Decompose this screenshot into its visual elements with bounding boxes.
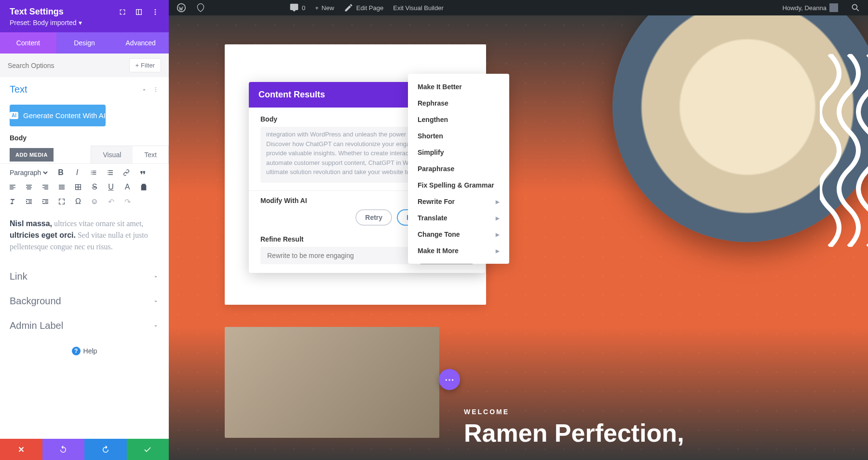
bold-icon[interactable]: B [56, 168, 66, 177]
preset-selector[interactable]: Preset: Body imported▾ [10, 19, 159, 27]
paragraph-select[interactable]: Paragraph [8, 168, 49, 177]
site-icon[interactable] [192, 0, 209, 15]
kebab-icon[interactable] [151, 8, 159, 16]
greeting-item[interactable]: Howdy, Deanna [778, 0, 842, 15]
redo-button[interactable] [84, 439, 127, 460]
generate-ai-button[interactable]: AI Generate Content With AI [10, 105, 106, 126]
ai-badge-icon: AI [10, 112, 18, 119]
comments-item[interactable]: 0 [285, 0, 309, 15]
italic-icon[interactable]: I [72, 168, 82, 177]
retry-button[interactable]: Retry [355, 209, 392, 226]
search-icon[interactable] [847, 0, 864, 15]
align-justify-icon[interactable] [57, 182, 67, 192]
quote-icon[interactable] [138, 168, 148, 177]
chevron-up-icon [141, 86, 148, 93]
edit-page-item[interactable]: Edit Page [340, 0, 387, 15]
chevron-right-icon: ▶ [496, 248, 500, 254]
help-link[interactable]: ? Help [0, 338, 169, 370]
improve-dropdown: Make It BetterRephraseLengthenShortenSim… [408, 74, 509, 264]
tab-content[interactable]: Content [0, 32, 56, 54]
kebab-icon[interactable] [152, 86, 159, 93]
secondary-image [225, 327, 439, 438]
module-fab[interactable]: ⋯ [439, 369, 460, 390]
dropdown-item[interactable]: Rewrite For▶ [408, 193, 509, 210]
indent-icon[interactable] [41, 197, 50, 206]
dropdown-item[interactable]: Lengthen [408, 111, 509, 128]
sidebar-footer [0, 439, 169, 460]
outdent-icon[interactable] [24, 197, 34, 206]
dropdown-item[interactable]: Shorten [408, 128, 509, 144]
sidebar-title: Text Settings [10, 7, 64, 17]
dropdown-item[interactable]: Rephrase [408, 95, 509, 111]
editor-toolbar: Paragraph B I S U A Ω ☺ ↶ ↷ [0, 163, 169, 210]
help-icon: ? [72, 347, 81, 355]
section-link-header[interactable]: Link [0, 264, 169, 289]
align-left-icon[interactable] [8, 182, 17, 192]
undo-icon[interactable]: ↶ [106, 197, 116, 206]
wp-admin-bar: 0 +New Edit Page Exit Visual Builder How… [169, 0, 868, 15]
dropdown-item[interactable]: Simplify [408, 144, 509, 161]
chevron-right-icon: ▶ [496, 216, 500, 221]
strikethrough-icon[interactable]: S [90, 182, 99, 192]
editor-tab-visual[interactable]: Visual [91, 146, 133, 163]
chevron-right-icon: ▶ [496, 232, 500, 237]
editor-content[interactable]: Nisl massa, ultrices vitae ornare sit am… [0, 210, 169, 264]
paste-icon[interactable] [139, 182, 149, 192]
settings-sidebar: Text Settings Preset: Body imported▾ Con… [0, 0, 169, 460]
tab-advanced[interactable]: Advanced [112, 32, 169, 54]
section-text-header[interactable]: Text [0, 77, 169, 102]
dropdown-item[interactable]: Make It Better [408, 79, 509, 95]
new-item[interactable]: +New [311, 0, 338, 15]
exit-vb-item[interactable]: Exit Visual Builder [389, 0, 448, 15]
dropdown-item[interactable]: Fix Spelling & Grammar [408, 177, 509, 193]
svg-point-2 [155, 14, 156, 15]
tab-design[interactable]: Design [56, 32, 113, 54]
search-row: +Filter [0, 54, 169, 77]
align-center-icon[interactable] [24, 182, 34, 192]
chevron-right-icon: ▶ [496, 199, 500, 204]
hero-headline: Ramen Perfection, [464, 420, 684, 446]
svg-point-1 [155, 11, 156, 13]
avatar-icon [829, 3, 838, 12]
dropdown-item[interactable]: Paraphrase [408, 161, 509, 177]
add-media-button[interactable]: ADD MEDIA [10, 148, 54, 162]
section-admin-label-header[interactable]: Admin Label [0, 313, 169, 338]
dropdown-item[interactable]: Change Tone▶ [408, 226, 509, 243]
numbered-list-icon[interactable] [105, 168, 115, 177]
hero-text: WELCOME Ramen Perfection, [464, 408, 684, 446]
underline-icon[interactable]: U [106, 182, 116, 192]
undo-button[interactable] [42, 439, 85, 460]
body-label: Body [0, 134, 169, 146]
wp-logo-icon[interactable] [173, 0, 190, 15]
section-background-header[interactable]: Background [0, 289, 169, 313]
sidebar-header: Text Settings Preset: Body imported▾ [0, 0, 169, 32]
bulleted-list-icon[interactable] [89, 168, 98, 177]
dropdown-item[interactable]: Make It More▶ [408, 243, 509, 259]
cancel-button[interactable] [0, 439, 42, 460]
special-char-icon[interactable]: Ω [73, 197, 83, 206]
emoji-icon[interactable]: ☺ [90, 197, 99, 206]
align-right-icon[interactable] [41, 182, 50, 192]
search-input[interactable] [8, 62, 125, 69]
redo-icon[interactable]: ↷ [122, 197, 132, 206]
chevron-down-icon [152, 323, 159, 329]
save-button[interactable] [127, 439, 169, 460]
link-icon[interactable] [122, 168, 131, 177]
filter-button[interactable]: +Filter [129, 58, 161, 72]
svg-point-6 [177, 4, 186, 12]
dropdown-item[interactable]: Translate▶ [408, 210, 509, 226]
hero-kicker: WELCOME [464, 408, 684, 416]
refine-input[interactable] [260, 247, 415, 264]
fullscreen-icon[interactable] [57, 197, 67, 206]
text-color-icon[interactable]: A [122, 182, 132, 192]
svg-point-0 [155, 9, 156, 11]
panel-icon[interactable] [135, 8, 143, 16]
chevron-down-icon [152, 273, 159, 280]
svg-point-3 [155, 87, 156, 88]
editor-tab-text[interactable]: Text [133, 146, 168, 163]
table-icon[interactable] [73, 182, 83, 192]
wave-decoration-icon [820, 54, 868, 247]
clear-format-icon[interactable] [8, 197, 17, 206]
expand-icon[interactable] [119, 8, 126, 16]
settings-tabs: Content Design Advanced [0, 32, 169, 54]
